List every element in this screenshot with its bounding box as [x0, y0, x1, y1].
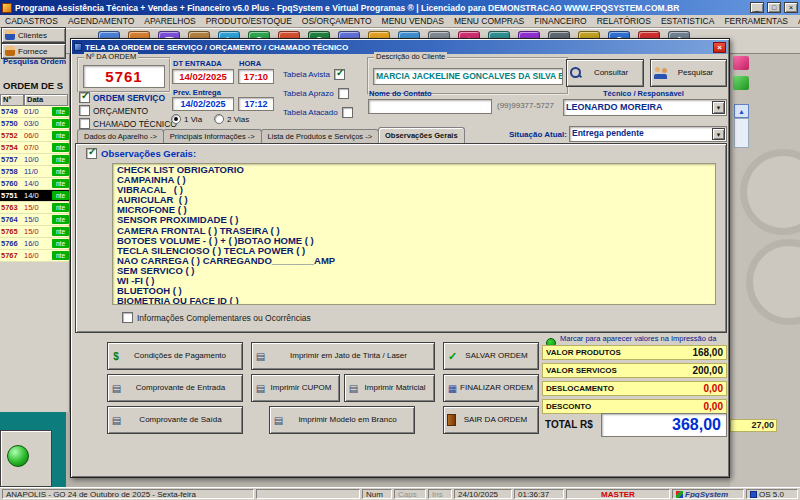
order-number: 5767: [0, 251, 24, 260]
finish-order-button[interactable]: ▦ FINALIZAR ORDEM: [443, 374, 539, 402]
column-num[interactable]: Nº: [0, 94, 24, 106]
order-date: 16/0: [24, 239, 48, 248]
service-order-dialog: TELA DA ORDEM DE SERVIÇO / ORÇAMENTO / C…: [70, 38, 730, 478]
menu-item[interactable]: APARELHOS: [139, 16, 200, 26]
complementary-info-checkbox[interactable]: Informações Complementares ou Ocorrência…: [122, 312, 311, 323]
tab[interactable]: Principais Informações ->: [163, 129, 262, 143]
menu-item[interactable]: PRODUTO/ESTOQUE: [201, 16, 297, 26]
order-row[interactable]: 5749 01/0 nte: [0, 106, 70, 118]
contact-field[interactable]: [368, 99, 492, 114]
door-icon: [447, 414, 456, 426]
minimize-button[interactable]: _: [750, 2, 764, 13]
print-blank-button[interactable]: ▤ Imprimir Modelo em Branco: [269, 406, 415, 434]
background-green-icon: [733, 76, 749, 90]
delivery-date-field[interactable]: 14/02/2025: [172, 97, 234, 111]
menu-item[interactable]: MENU VENDAS: [377, 16, 449, 26]
client-group-label: Descrição do Cliente: [374, 52, 447, 61]
tab[interactable]: Dados do Aparelho ->: [77, 129, 164, 143]
chevron-down-icon[interactable]: ▼: [712, 101, 725, 114]
suppliers-tab-button[interactable]: Fornece: [1, 43, 66, 59]
order-row[interactable]: 5750 03/0 nte: [0, 118, 70, 130]
order-row[interactable]: 5767 16/0 nte: [0, 250, 70, 262]
price-table-checkbox[interactable]: Tabela Avista: [283, 65, 353, 84]
total-row-value: 0,00: [704, 383, 723, 394]
print-laser-button[interactable]: ▤ Imprimir em Jato de Tinta / Laser: [251, 342, 435, 370]
printer-icon: ▤: [273, 415, 284, 426]
clients-tab-button[interactable]: Clientes: [1, 27, 66, 43]
order-date: 06/0: [24, 131, 48, 140]
checkbox-label: Tabela Avista: [283, 70, 330, 79]
maximize-button[interactable]: □: [767, 2, 781, 13]
price-table-checkbox[interactable]: Tabela Aprazo: [283, 84, 353, 103]
price-table-checkboxes: Tabela Avista Tabela Aprazo Tabela Ataca…: [283, 65, 353, 122]
green-sphere-icon[interactable]: [7, 445, 29, 467]
search-client-button[interactable]: Pesquisar: [650, 59, 727, 87]
order-row[interactable]: 5752 06/0 nte: [0, 130, 70, 142]
checkbox-label: ORDEM SERVIÇO: [93, 93, 165, 103]
total-row-label: DESLOCAMENTO: [546, 384, 614, 393]
menu-item[interactable]: MENU COMPRAS: [449, 16, 529, 26]
order-row[interactable]: 5757 10/0 nte: [0, 154, 70, 166]
entry-time-field[interactable]: 17:10: [238, 69, 274, 84]
situation-select[interactable]: Entrega pendente ▼: [569, 126, 727, 142]
order-row[interactable]: 5766 16/0 nte: [0, 238, 70, 250]
exit-order-button[interactable]: SAIR DA ORDEM: [443, 406, 539, 434]
order-number: 5764: [0, 215, 24, 224]
client-name-field[interactable]: MARCIA JACKELINE GONCALVES DA SILVA BE: [373, 68, 563, 85]
status-chip: nte: [52, 155, 69, 164]
brand-text: FpqSystem: [685, 490, 728, 499]
chevron-down-icon[interactable]: ▼: [712, 128, 725, 140]
menu-item[interactable]: FINANCEIRO: [529, 16, 591, 26]
menu-item[interactable]: FERRAMENTAS: [719, 16, 793, 26]
order-row[interactable]: 5764 15/0 nte: [0, 214, 70, 226]
order-row[interactable]: 5754 07/0 nte: [0, 142, 70, 154]
scrollbar-track[interactable]: [734, 118, 749, 148]
order-row[interactable]: 5758 11/0 nte: [0, 166, 70, 178]
observations-textarea[interactable]: CHECK LIST OBRIGATORIO CAMPAINHA ( ) VIB…: [112, 163, 716, 305]
order-row[interactable]: 5760 14/0 nte: [0, 178, 70, 190]
receipt-icon: ▤: [111, 415, 122, 426]
entry-date-field[interactable]: 14/02/2025: [172, 69, 234, 84]
print-matrix-label: Imprimir Matricial: [359, 384, 431, 393]
situation-label: Situação Atual:: [509, 130, 567, 139]
background-circle: [746, 239, 800, 325]
order-row[interactable]: 5763 15/0 nte: [0, 202, 70, 214]
dialog-close-button[interactable]: ×: [713, 42, 726, 53]
menu-item[interactable]: OS/ORÇAMENTO: [297, 16, 377, 26]
contact-label: Nome do Contato: [369, 89, 432, 98]
tab[interactable]: Observações Gerais: [378, 127, 465, 143]
menu-item[interactable]: ESTATISTICA: [656, 16, 720, 26]
order-number: 5751: [0, 191, 24, 200]
menu-item[interactable]: AGENDAMENTO: [63, 16, 139, 26]
print-matrix-button[interactable]: ▤ Imprimir Matricial: [344, 374, 435, 402]
order-number-field[interactable]: 5761: [83, 65, 165, 88]
delivery-time-field[interactable]: 17:12: [238, 97, 274, 111]
order-row[interactable]: 5751 14/0 nte: [0, 190, 70, 202]
menu-item[interactable]: AJUDA: [793, 16, 800, 26]
menu-item[interactable]: CADASTROS: [0, 16, 63, 26]
order-type-checkbox[interactable]: ORÇAMENTO: [79, 104, 177, 117]
menu-item[interactable]: RELATÓRIOS: [592, 16, 656, 26]
technician-select[interactable]: LEONARDO MOREIRA ▼: [563, 99, 727, 116]
print-coupon-button[interactable]: ▤ Imprimir CUPOM: [251, 374, 340, 402]
background-right-area: ▲ 27,00: [730, 54, 800, 487]
os-icon: [750, 491, 757, 498]
copies-radio[interactable]: 2 Vias: [214, 114, 249, 124]
exit-receipt-button[interactable]: ▤ Comprovante de Saída: [107, 406, 243, 434]
status-chip: nte: [52, 119, 69, 128]
order-type-checkbox[interactable]: ORDEM SERVIÇO: [79, 91, 177, 104]
entry-receipt-button[interactable]: ▤ Comprovante de Entrada: [107, 374, 243, 402]
payment-terms-button[interactable]: $ Condições de Pagamento: [107, 342, 243, 370]
background-panel: [0, 430, 52, 487]
order-date: 11/0: [24, 167, 48, 176]
observations-checkbox[interactable]: Observações Gerais:: [86, 148, 196, 159]
price-table-checkbox[interactable]: Tabela Atacado: [283, 103, 353, 122]
tab[interactable]: Lista de Produtos e Serviços ->: [261, 129, 379, 143]
close-button[interactable]: ×: [784, 2, 798, 13]
save-order-button[interactable]: ✓ SALVAR ORDEM: [443, 342, 539, 370]
column-data[interactable]: Data: [24, 94, 68, 106]
copies-radio[interactable]: 1 Via: [171, 114, 202, 124]
scroll-up-button[interactable]: ▲: [734, 104, 749, 118]
consult-button[interactable]: Consultar: [566, 59, 644, 87]
order-row[interactable]: 5765 15/0 nte: [0, 226, 70, 238]
